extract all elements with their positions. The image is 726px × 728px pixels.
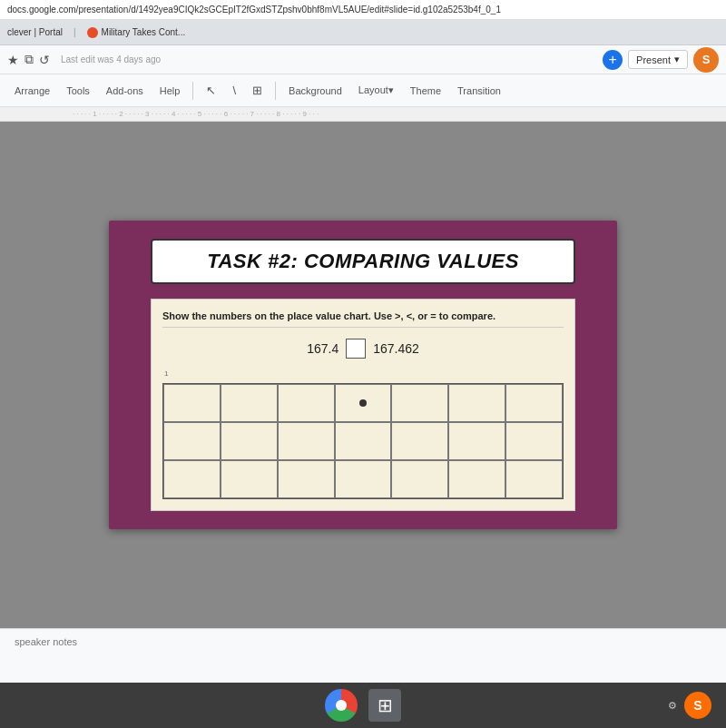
table-cell-r2c6 [448,422,505,460]
table-cell-r1c7 [505,384,563,422]
place-value-table-container: 1 [162,369,564,499]
layout-button[interactable]: Layout▾ [351,81,401,100]
tab-clever-label: clever | Portal [7,27,63,37]
tools-menu[interactable]: Tools [59,82,97,100]
plus-circle-icon[interactable]: + [603,50,623,70]
main-canvas-area: TASK #2: COMPARING VALUES Show the numbe… [0,122,726,628]
table-cell-r3c6 [448,460,505,498]
browser-nav-icons: ★ ⧉ ↺ [7,52,50,67]
table-cell-r3c2 [221,460,278,498]
slide: TASK #2: COMPARING VALUES Show the numbe… [109,221,617,529]
speaker-notes-bar[interactable]: speaker notes [0,628,726,683]
table-cell-r1c4 [335,384,392,422]
table-cell-r1c3 [278,384,335,422]
toolbar-separator [192,82,193,100]
present-label: Present [636,54,671,65]
table-cell-r2c2 [221,422,278,460]
slide-title-box: TASK #2: COMPARING VALUES [151,239,575,284]
line-tool[interactable]: \ [225,80,243,101]
table-cell-r1c5 [391,384,448,422]
dropdown-arrow-icon: ▾ [674,54,680,65]
instruction-text: Show the numbers on the place value char… [162,310,564,328]
refresh-icon[interactable]: ↺ [39,53,50,67]
taskbar: ⊞ ⚙ S [0,683,726,728]
table-cell-r1c2 [221,384,278,422]
tab-bar: clever | Portal | Military Takes Cont... [0,20,726,45]
layout-dropdown-icon: ▾ [388,84,394,95]
ruler-marks: · · · · · 1 · · · · · 2 · · · · · 3 · · … [73,110,319,118]
help-menu[interactable]: Help [152,82,188,100]
tab-military[interactable]: Military Takes Cont... [87,27,186,38]
number-left: 167.4 [307,341,338,356]
chrome-icon[interactable] [325,689,358,722]
ruler: · · · · · 1 · · · · · 2 · · · · · 3 · · … [0,107,726,122]
files-icon[interactable]: ⊞ [368,689,401,722]
image-tool[interactable]: ⊞ [245,80,270,101]
slide-canvas[interactable]: TASK #2: COMPARING VALUES Show the numbe… [0,122,726,628]
theme-button[interactable]: Theme [403,82,448,100]
taskbar-avatar[interactable]: S [684,692,711,719]
table-cell-r3c4 [335,460,392,498]
slides-toolbar: Arrange Tools Add-ons Help ↖ \ ⊞ Backgro… [0,74,726,107]
table-cell-r3c1 [163,460,221,498]
decimal-dot [359,399,367,407]
addons-menu[interactable]: Add-ons [99,82,151,100]
table-cell-r1c6 [448,384,505,422]
comparison-row: 167.4 167.462 [162,335,564,362]
number-right: 167.462 [373,341,419,356]
background-button[interactable]: Background [281,82,349,100]
table-cell-r2c5 [391,422,448,460]
tab-military-label: Military Takes Cont... [102,27,186,37]
transition-button[interactable]: Transition [450,82,508,100]
browser-toolbar: ★ ⧉ ↺ Last edit was 4 days ago + Present… [0,45,726,74]
url-bar[interactable]: docs.google.com/presentation/d/1492yea9C… [0,0,726,20]
table-cell-r2c4 [335,422,392,460]
table-cell-r2c3 [278,422,335,460]
place-value-table [162,383,564,499]
table-cell-r1c1 [163,384,221,422]
last-edit-label: Last edit was 4 days ago [61,54,161,64]
tab-favicon [87,27,98,38]
tab-clever[interactable]: clever | Portal [7,27,63,37]
table-cell-r2c7 [505,422,563,460]
settings-icon[interactable]: ⚙ [668,700,677,712]
slide-title: TASK #2: COMPARING VALUES [207,250,519,272]
table-label: 1 [162,369,564,378]
table-cell-r3c3 [278,460,335,498]
toolbar-separator-2 [275,82,276,100]
copy-icon[interactable]: ⧉ [25,52,34,67]
slide-content-box: Show the numbers on the place value char… [151,299,575,511]
select-tool[interactable]: ↖ [199,80,223,101]
table-cell-r3c7 [505,460,563,498]
url-text: docs.google.com/presentation/d/1492yea9C… [7,5,501,15]
compare-box[interactable] [346,339,366,359]
table-cell-r2c1 [163,422,221,460]
star-icon[interactable]: ★ [7,53,19,67]
table-cell-r3c5 [391,460,448,498]
speaker-notes-label: speaker notes [15,636,77,647]
taskbar-right: ⚙ S [668,692,711,719]
arrange-menu[interactable]: Arrange [7,82,57,100]
user-avatar[interactable]: S [693,47,719,73]
present-button[interactable]: Present ▾ [628,50,688,69]
